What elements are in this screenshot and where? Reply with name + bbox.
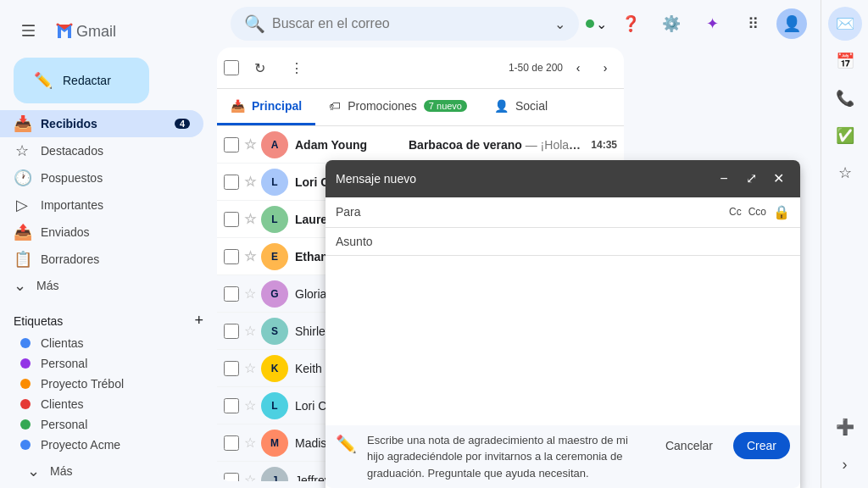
more-labels-link[interactable]: ⌄ Más bbox=[14, 458, 203, 484]
search-dropdown-icon[interactable]: ⌄ bbox=[554, 16, 565, 32]
email-checkbox-3[interactable] bbox=[224, 212, 239, 227]
right-panel-phone[interactable]: 📞 bbox=[828, 81, 862, 115]
more-nav-link[interactable]: ⌄ Más bbox=[0, 273, 217, 298]
right-panel-tasks[interactable]: ✅ bbox=[828, 119, 862, 152]
email-avatar-5: G bbox=[261, 280, 288, 308]
label-dot-personal2 bbox=[20, 419, 31, 430]
sidebar-item-drafts[interactable]: 📋 Borradores bbox=[0, 246, 203, 273]
email-avatar-3: L bbox=[261, 206, 288, 233]
more-nav-label: Más bbox=[36, 279, 58, 292]
email-star-2[interactable]: ☆ bbox=[244, 174, 256, 190]
tab-icon-principal: 📥 bbox=[231, 99, 245, 113]
email-checkbox-9[interactable] bbox=[224, 435, 239, 451]
important-label: Importantes bbox=[41, 198, 103, 212]
apps-button[interactable]: ⠿ bbox=[736, 7, 770, 41]
compose-expand-button[interactable]: ⤢ bbox=[739, 167, 763, 191]
email-star-8[interactable]: ☆ bbox=[244, 397, 256, 413]
tab-label-social: Social bbox=[515, 99, 548, 113]
sidebar-item-inbox[interactable]: 📥 Recibidos 4 bbox=[0, 110, 203, 137]
compose-button[interactable]: ✏️ Redactar bbox=[14, 58, 149, 103]
starred-icon: ☆ bbox=[14, 141, 31, 160]
help-button[interactable]: ❓ bbox=[614, 7, 648, 41]
email-checkbox-4[interactable] bbox=[224, 249, 239, 264]
label-item-proyecto-acme[interactable]: Proyecto Acme bbox=[14, 435, 190, 455]
email-checkbox-8[interactable] bbox=[224, 398, 239, 413]
compose-body[interactable] bbox=[326, 256, 800, 425]
right-panel-add[interactable]: ➕ bbox=[828, 410, 862, 444]
refresh-button[interactable]: ↻ bbox=[242, 51, 276, 85]
sidebar-item-sent[interactable]: 📤 Enviados bbox=[0, 219, 203, 246]
snoozed-icon: 🕐 bbox=[14, 169, 31, 187]
label-item-clientes[interactable]: Clientes bbox=[14, 394, 190, 414]
email-row[interactable]: ☆ A Adam Young Barbacoa de verano — ¡Hol… bbox=[217, 126, 624, 164]
compose-bcc-label[interactable]: Cco bbox=[748, 206, 766, 218]
email-checkbox-7[interactable] bbox=[224, 361, 239, 376]
prev-page-button[interactable]: ‹ bbox=[566, 56, 590, 80]
sidebar-item-starred[interactable]: ☆ Destacados bbox=[0, 137, 203, 164]
compose-cc-label[interactable]: Cc bbox=[729, 206, 742, 218]
tab-label-promociones: Promociones bbox=[348, 99, 417, 113]
svg-rect-2 bbox=[22, 35, 35, 36]
tab-social[interactable]: 👤Social bbox=[481, 89, 561, 125]
label-item-proyecto-trebol[interactable]: Proyecto Trébol bbox=[14, 374, 190, 394]
compose-to-input[interactable] bbox=[376, 205, 722, 219]
email-avatar-10: J bbox=[261, 467, 288, 482]
settings-button[interactable]: ⚙️ bbox=[654, 7, 688, 41]
search-bar[interactable]: 🔍 ⌄ bbox=[231, 7, 579, 41]
email-star-4[interactable]: ☆ bbox=[244, 248, 256, 264]
email-time-1: 14:35 bbox=[591, 139, 617, 151]
email-star-3[interactable]: ☆ bbox=[244, 211, 256, 227]
sent-icon: 📤 bbox=[14, 223, 31, 241]
select-all-checkbox[interactable] bbox=[224, 60, 239, 75]
hamburger-menu[interactable] bbox=[14, 14, 47, 47]
label-item-personal2[interactable]: Personal bbox=[14, 414, 190, 435]
label-dot-clientas bbox=[20, 338, 31, 348]
compose-subject-input[interactable] bbox=[380, 235, 790, 248]
label-dot-proyecto-acme bbox=[20, 440, 31, 450]
email-star-1[interactable]: ☆ bbox=[244, 136, 256, 152]
right-panel-star[interactable]: ☆ bbox=[828, 156, 862, 190]
more-options-button[interactable]: ⋮ bbox=[280, 51, 314, 85]
compose-title: Mensaje nuevo bbox=[336, 172, 416, 186]
tab-promociones[interactable]: 🏷Promociones7 nuevo bbox=[315, 89, 481, 125]
user-avatar[interactable]: 👤 bbox=[776, 8, 807, 39]
search-input[interactable] bbox=[272, 16, 548, 31]
email-star-6[interactable]: ☆ bbox=[244, 323, 256, 339]
label-name-proyecto-acme: Proyecto Acme bbox=[41, 438, 120, 452]
inbox-label: Recibidos bbox=[41, 117, 97, 130]
label-name-clientes: Clientes bbox=[41, 397, 84, 411]
compose-lock-icon[interactable]: 🔒 bbox=[773, 204, 790, 220]
email-avatar-8: L bbox=[261, 392, 288, 419]
sidebar-item-important[interactable]: ▷ Importantes bbox=[0, 191, 203, 219]
email-checkbox-6[interactable] bbox=[224, 324, 239, 339]
gemini-button[interactable]: ✦ bbox=[695, 7, 729, 41]
important-icon: ▷ bbox=[14, 196, 31, 214]
svg-rect-0 bbox=[22, 25, 35, 26]
tab-principal[interactable]: 📥Principal bbox=[217, 89, 315, 125]
compose-close-button[interactable]: ✕ bbox=[766, 167, 790, 191]
email-star-5[interactable]: ☆ bbox=[244, 286, 256, 302]
email-star-9[interactable]: ☆ bbox=[244, 435, 256, 451]
email-star-10[interactable]: ☆ bbox=[244, 472, 256, 481]
compose-cancel-button[interactable]: Cancelar bbox=[652, 432, 726, 459]
email-checkbox-2[interactable] bbox=[224, 175, 239, 190]
right-panel-mail[interactable]: ✉️ bbox=[828, 7, 862, 41]
email-checkbox-5[interactable] bbox=[224, 286, 239, 302]
compose-header[interactable]: Mensaje nuevo − ⤢ ✕ bbox=[326, 160, 800, 197]
compose-minimize-button[interactable]: − bbox=[712, 167, 736, 191]
email-avatar-2: L bbox=[261, 169, 288, 196]
ai-suggestion-text: Escribe una nota de agradecimiento al ma… bbox=[367, 432, 642, 482]
email-checkbox-1[interactable] bbox=[224, 137, 239, 152]
label-item-personal1[interactable]: Personal bbox=[14, 353, 190, 374]
next-page-button[interactable]: › bbox=[593, 56, 617, 80]
right-panel-expand[interactable]: › bbox=[828, 447, 862, 481]
right-panel-calendar[interactable]: 📅 bbox=[828, 44, 862, 78]
email-star-7[interactable]: ☆ bbox=[244, 360, 256, 376]
tab-badge-promociones: 7 nuevo bbox=[424, 100, 467, 112]
add-label-icon[interactable]: + bbox=[194, 312, 203, 330]
compose-create-button[interactable]: Crear bbox=[733, 432, 790, 459]
sidebar-item-snoozed[interactable]: 🕐 Pospuestos bbox=[0, 164, 203, 191]
label-item-clientas[interactable]: Clientas bbox=[14, 333, 190, 353]
email-checkbox-10[interactable] bbox=[224, 473, 239, 482]
status-dropdown-icon[interactable]: ⌄ bbox=[596, 16, 607, 32]
